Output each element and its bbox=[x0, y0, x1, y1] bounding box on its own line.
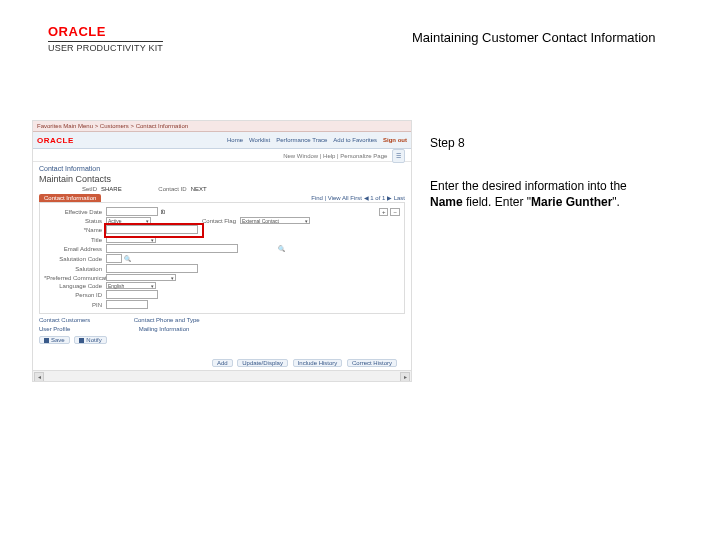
save-button-row: Save Notify bbox=[39, 336, 405, 344]
personid-field[interactable] bbox=[106, 290, 158, 299]
oracle-wordmark: ORACLE bbox=[48, 24, 163, 39]
email-field[interactable] bbox=[106, 244, 238, 253]
link-contact-phone[interactable]: Contact Phone and Type bbox=[134, 317, 200, 323]
page-actions-bar: New Window | Help | Personalize Page ☰ bbox=[33, 149, 411, 162]
contact-form: Effective Date 🗓 + − Status Active▾ Cont… bbox=[39, 202, 405, 314]
calendar-icon[interactable]: 🗓 bbox=[160, 209, 166, 215]
status-label: Status bbox=[44, 218, 106, 224]
step-instruction: Enter the desired information into the N… bbox=[430, 178, 650, 210]
contact-flag-select[interactable]: External Contact▾ bbox=[240, 217, 310, 224]
salutation-label: Salutation bbox=[44, 266, 106, 272]
salutation-field[interactable] bbox=[106, 264, 198, 273]
contactid-value: NEXT bbox=[191, 186, 207, 192]
contact-flag-label: Contact Flag bbox=[181, 218, 240, 224]
page-actions-text[interactable]: New Window | Help | Personalize Page bbox=[283, 153, 387, 159]
eff-date-field[interactable] bbox=[106, 207, 158, 216]
nav-home[interactable]: Home bbox=[227, 137, 243, 143]
link-mailing-info[interactable]: Mailing Information bbox=[139, 326, 190, 332]
component-title: Contact Information bbox=[39, 165, 405, 172]
nav-sign-out[interactable]: Sign out bbox=[383, 137, 407, 143]
pref-comm-label: *Preferred Communication bbox=[44, 275, 106, 281]
salutation-lookup-icon[interactable]: 🔍 bbox=[124, 255, 131, 262]
email-label: Email Address bbox=[44, 246, 106, 252]
name-label: *Name bbox=[44, 227, 106, 233]
favorites-bar: Favorites Main Menu > Customers > Contac… bbox=[33, 121, 411, 132]
instruction-middle: field. Enter " bbox=[463, 195, 531, 209]
mode-buttons: Add Update/Display Include History Corre… bbox=[209, 359, 397, 367]
step-number: Step 8 bbox=[430, 136, 465, 150]
instruction-prefix: Enter the desired information into the bbox=[430, 179, 627, 193]
instruction-value: Marie Gunther bbox=[531, 195, 612, 209]
language-label: Language Code bbox=[44, 283, 106, 289]
salutation-code-label: Salutation Code bbox=[44, 256, 106, 262]
scroll-left-icon[interactable]: ◂ bbox=[34, 372, 44, 382]
document-title: Maintaining Customer Contact Information bbox=[412, 30, 656, 45]
scroll-right-icon[interactable]: ▸ bbox=[400, 372, 410, 382]
app-screenshot: Favorites Main Menu > Customers > Contac… bbox=[32, 120, 412, 382]
instruction-suffix: ". bbox=[612, 195, 620, 209]
name-field-highlight bbox=[106, 225, 198, 235]
include-history-button[interactable]: Include History bbox=[293, 359, 343, 367]
app-brand: ORACLE bbox=[37, 136, 74, 145]
content-region: Contact Information Maintain Contacts Se… bbox=[33, 162, 411, 347]
eff-date-label: Effective Date bbox=[44, 209, 106, 215]
app-header: ORACLE Home Worklist Performance Trace A… bbox=[33, 132, 411, 149]
delete-row-icon[interactable]: − bbox=[390, 208, 400, 216]
link-user-profile[interactable]: User Profile bbox=[39, 326, 70, 332]
product-name: USER PRODUCTIVITY KIT bbox=[48, 41, 163, 53]
title-label: Title bbox=[44, 237, 106, 243]
link-contact-customers[interactable]: Contact Customers bbox=[39, 317, 90, 323]
pref-comm-select[interactable]: ▾ bbox=[106, 274, 176, 281]
product-logo: ORACLE USER PRODUCTIVITY KIT bbox=[48, 24, 163, 53]
personid-label: Person ID bbox=[44, 292, 106, 298]
scroll-pager[interactable]: Find | View All First ◀ 1 of 1 ▶ Last bbox=[311, 194, 405, 201]
section-links: Contact Customers Contact Phone and Type bbox=[39, 317, 405, 323]
contactid-label: Contact ID bbox=[142, 186, 191, 192]
instruction-field-name: Name bbox=[430, 195, 463, 209]
setid-value: SHARE bbox=[101, 186, 122, 192]
notify-button[interactable]: Notify bbox=[74, 336, 106, 344]
correct-history-button[interactable]: Correct History bbox=[347, 359, 397, 367]
header-keys: SetID SHARE Contact ID NEXT bbox=[39, 186, 405, 192]
http-icon[interactable]: ☰ bbox=[392, 149, 405, 163]
salutation-code-field[interactable] bbox=[106, 254, 122, 263]
add-button[interactable]: Add bbox=[212, 359, 233, 367]
pin-field[interactable] bbox=[106, 300, 148, 309]
title-select[interactable]: ▾ bbox=[106, 236, 156, 243]
add-row-icon[interactable]: + bbox=[379, 208, 389, 216]
update-display-button[interactable]: Update/Display bbox=[237, 359, 288, 367]
setid-label: SetID bbox=[39, 186, 101, 192]
nav-add-favorites[interactable]: Add to Favorites bbox=[333, 137, 377, 143]
save-button[interactable]: Save bbox=[39, 336, 70, 344]
tab-contact-information[interactable]: Contact Information bbox=[39, 194, 101, 202]
nav-worklist[interactable]: Worklist bbox=[249, 137, 270, 143]
status-select[interactable]: Active▾ bbox=[106, 217, 151, 224]
language-select[interactable]: English▾ bbox=[106, 282, 156, 289]
name-field[interactable] bbox=[106, 225, 198, 234]
nav-performance-trace[interactable]: Performance Trace bbox=[276, 137, 327, 143]
page-title: Maintain Contacts bbox=[39, 174, 405, 184]
pin-label: PIN bbox=[44, 302, 106, 308]
horizontal-scrollbar[interactable]: ◂ ▸ bbox=[33, 370, 411, 381]
email-lookup-icon[interactable]: 🔍 bbox=[278, 245, 285, 252]
header-nav: Home Worklist Performance Trace Add to F… bbox=[227, 137, 407, 143]
